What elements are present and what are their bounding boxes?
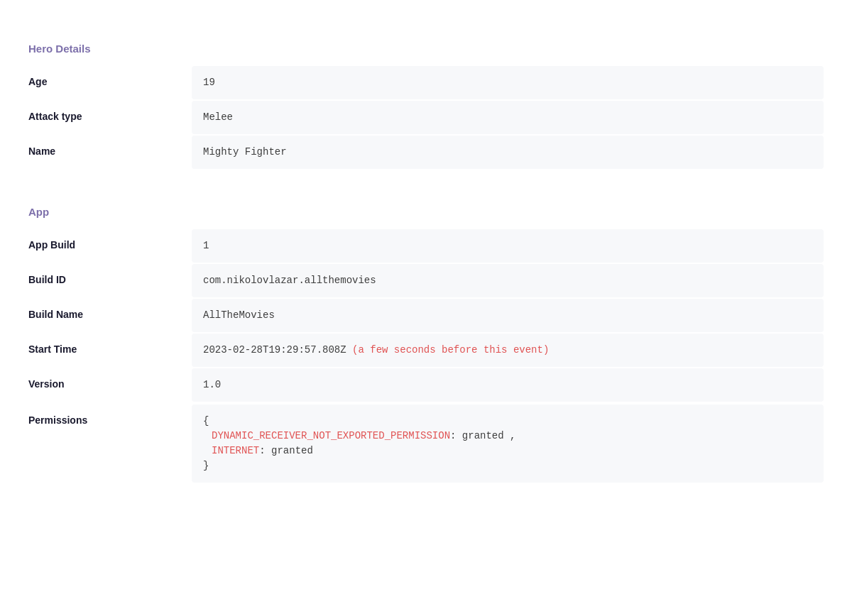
field-row-build-name: Build Name AllTheMovies (28, 299, 824, 332)
field-label-version: Version (28, 368, 192, 402)
field-row-age: Age 19 (28, 66, 824, 99)
permissions-item-0: DYNAMIC_RECEIVER_NOT_EXPORTED_PERMISSION… (203, 429, 812, 444)
permission-value-0: : granted , (450, 430, 515, 441)
permission-value-1: : granted (259, 445, 313, 456)
field-value-age: 19 (192, 66, 824, 99)
start-time-note: (a few seconds before this event) (352, 344, 549, 356)
field-value-name: Mighty Fighter (192, 136, 824, 169)
permission-key-0: DYNAMIC_RECEIVER_NOT_EXPORTED_PERMISSION (212, 430, 450, 441)
field-label-build-id: Build ID (28, 264, 192, 297)
field-row-version: Version 1.0 (28, 368, 824, 402)
permission-key-1: INTERNET (212, 445, 259, 456)
field-label-build-name: Build Name (28, 299, 192, 332)
permissions-item-1: INTERNET: granted (203, 444, 812, 458)
field-label-attack-type: Attack type (28, 101, 192, 134)
field-label-start-time: Start Time (28, 334, 192, 367)
field-value-attack-type: Melee (192, 101, 824, 134)
permissions-suffix: } (203, 458, 812, 473)
field-label-age: Age (28, 66, 192, 99)
hero-details-section-title: Hero Details (28, 43, 824, 55)
field-value-build-name: AllTheMovies (192, 299, 824, 332)
app-section-title: App (28, 206, 824, 218)
permissions-prefix: { (203, 414, 812, 429)
field-value-version: 1.0 (192, 368, 824, 402)
field-value-permissions: { DYNAMIC_RECEIVER_NOT_EXPORTED_PERMISSI… (192, 405, 824, 483)
field-row-permissions: Permissions { DYNAMIC_RECEIVER_NOT_EXPOR… (28, 405, 824, 483)
field-row-build-id: Build ID com.nikolovlazar.allthemovies (28, 264, 824, 297)
hero-details-fields: Age 19 Attack type Melee Name Mighty Fig… (28, 66, 824, 169)
field-value-build-id: com.nikolovlazar.allthemovies (192, 264, 824, 297)
field-row-name: Name Mighty Fighter (28, 136, 824, 169)
field-row-attack-type: Attack type Melee (28, 101, 824, 134)
field-row-app-build: App Build 1 (28, 229, 824, 263)
field-value-start-time: 2023-02-28T19:29:57.808Z (a few seconds … (192, 334, 824, 367)
field-label-permissions: Permissions (28, 405, 192, 483)
field-label-app-build: App Build (28, 229, 192, 263)
field-label-name: Name (28, 136, 192, 169)
start-time-value: 2023-02-28T19:29:57.808Z (203, 344, 346, 356)
field-value-app-build: 1 (192, 229, 824, 263)
app-fields: App Build 1 Build ID com.nikolovlazar.al… (28, 229, 824, 483)
field-row-start-time: Start Time 2023-02-28T19:29:57.808Z (a f… (28, 334, 824, 367)
